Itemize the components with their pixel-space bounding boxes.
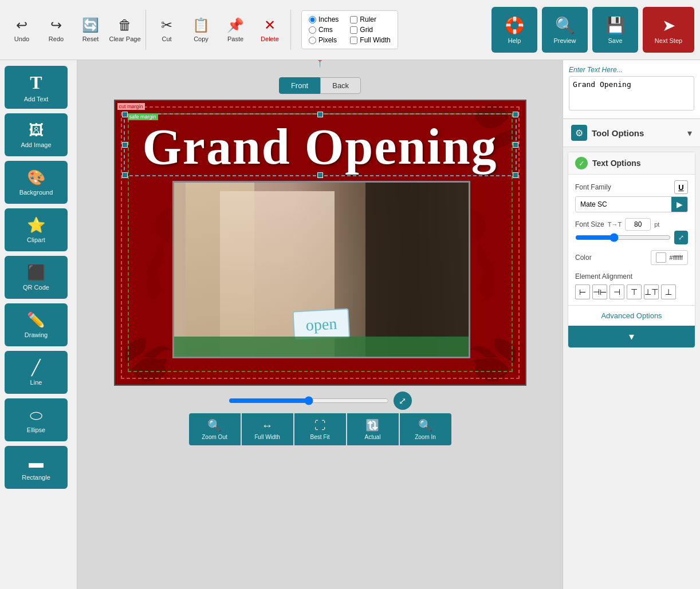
advanced-options-row[interactable]: Advanced Options	[568, 305, 695, 326]
right-panel: Enter Text Here... Grand Opening ⚙ Tool …	[563, 60, 700, 589]
tool-options-title: Tool Options	[592, 128, 644, 138]
font-size-slider[interactable]	[575, 233, 671, 242]
font-size-row: Font Size T→T pt	[575, 218, 688, 231]
save-label: Save	[608, 37, 622, 44]
color-value: #ffffff	[670, 254, 683, 261]
actual-button[interactable]: 🔃 Actual	[347, 413, 399, 445]
top-toolbar: ↩ Undo ↪ Redo 🔄 Reset 🗑 Clear Page ✂ Cut…	[0, 0, 700, 60]
line-label: Line	[30, 379, 42, 386]
font-family-label: Font Family	[575, 183, 611, 191]
grid-toggle[interactable]: Grid	[350, 26, 390, 34]
enter-text-label: Enter Text Here...	[569, 66, 694, 74]
color-swatch[interactable]: #ffffff	[651, 250, 688, 265]
best-fit-button[interactable]: ⛶ Best Fit	[294, 413, 346, 445]
font-family-arrow[interactable]: ▶	[671, 197, 687, 212]
grand-opening-text-element[interactable]: Grand Opening	[115, 118, 525, 176]
add-image-tool[interactable]: 🖼 Add Image	[5, 113, 68, 156]
pixels-radio[interactable]	[309, 37, 316, 44]
align-left-button[interactable]: ⊢	[575, 284, 590, 299]
zoom-handle-icon[interactable]: ⤢	[394, 392, 412, 410]
reset-icon: 🔄	[82, 17, 99, 33]
canvas-area: 📍 Front Back cut margin safe margin	[77, 60, 563, 589]
divider-1	[145, 10, 146, 50]
next-step-label: Next Step	[655, 37, 682, 44]
tool-options-chevron[interactable]: ▾	[687, 128, 692, 139]
text-options-title: Text Options	[592, 159, 641, 168]
design-canvas[interactable]: cut margin safe margin	[114, 100, 526, 386]
help-button[interactable]: 🛟 Help	[491, 7, 537, 53]
color-box	[656, 252, 666, 263]
align-bottom-button[interactable]: ⊥	[661, 284, 676, 299]
zoom-slider[interactable]	[229, 396, 389, 405]
advanced-options-label: Advanced Options	[601, 311, 662, 320]
tool-options-left: ⚙ Tool Options	[571, 125, 644, 141]
inches-label: Inches	[318, 15, 339, 23]
preview-label: Preview	[553, 37, 576, 44]
resize-icon[interactable]: ⤢	[674, 231, 688, 244]
zoom-in-icon: 🔍	[418, 418, 432, 432]
background-label: Background	[19, 189, 53, 196]
cms-label: Cms	[318, 26, 333, 34]
pixels-option[interactable]: Pixels	[309, 36, 339, 44]
grid-checkbox[interactable]	[350, 26, 357, 34]
drawing-tool[interactable]: ✏️ Drawing	[5, 303, 68, 346]
qr-code-tool[interactable]: ⬛ QR Code	[5, 256, 68, 299]
redo-label: Redo	[49, 35, 64, 42]
align-top-button[interactable]: ⊤	[627, 284, 642, 299]
delete-button[interactable]: ✕ Delete	[254, 7, 286, 53]
front-tab[interactable]: Front	[279, 77, 320, 94]
align-right-button[interactable]: ⊣	[609, 284, 624, 299]
cms-radio[interactable]	[309, 26, 316, 34]
redo-icon: ↪	[50, 17, 62, 33]
undo-button[interactable]: ↩ Undo	[6, 7, 38, 53]
paste-icon: 📌	[227, 17, 244, 33]
font-family-row: Font Family U Mate SC ▶	[575, 180, 688, 212]
actual-icon: 🔃	[365, 418, 380, 432]
full-width-checkbox[interactable]	[350, 37, 357, 44]
ruler-toggle[interactable]: Ruler	[350, 15, 390, 23]
cms-option[interactable]: Cms	[309, 26, 339, 34]
zoom-in-button[interactable]: 🔍 Zoom In	[400, 413, 451, 445]
full-width-button[interactable]: ↔ Full Width	[242, 413, 293, 445]
add-text-tool[interactable]: T Add Text	[5, 66, 68, 109]
pixels-label: Pixels	[318, 36, 337, 44]
save-button[interactable]: 💾 Save	[592, 7, 638, 53]
zoom-out-icon: 🔍	[207, 418, 222, 432]
line-tool[interactable]: ╱ Line	[5, 351, 68, 394]
font-size-input[interactable]	[625, 218, 651, 231]
clipart-tool[interactable]: ⭐ Clipart	[5, 208, 68, 251]
back-tab[interactable]: Back	[320, 77, 361, 94]
background-tool[interactable]: 🎨 Background	[5, 161, 68, 204]
next-step-button[interactable]: ➤ Next Step	[643, 7, 694, 53]
underline-button[interactable]: U	[674, 180, 688, 194]
zoom-out-button[interactable]: 🔍 Zoom Out	[189, 413, 241, 445]
inches-radio[interactable]	[309, 16, 316, 23]
paste-button[interactable]: 📌 Paste	[219, 7, 251, 53]
align-center-h-button[interactable]: ⊣⊢	[592, 284, 607, 299]
image-icon: 🖼	[29, 121, 44, 139]
font-size-unit: pt	[654, 221, 659, 228]
preview-button[interactable]: 🔍 Preview	[542, 7, 588, 53]
cut-icon: ✂	[161, 17, 172, 33]
redo-button[interactable]: ↪ Redo	[40, 7, 72, 53]
text-options-section: ✓ Text Options Font Family U Mate SC ▶	[568, 152, 695, 348]
expand-advanced-button[interactable]: ▾	[568, 326, 695, 347]
ellipse-tool[interactable]: ⬭ Ellipse	[5, 398, 68, 441]
clear-page-label: Clear Page	[109, 35, 140, 42]
font-family-select[interactable]: Mate SC ▶	[575, 196, 688, 212]
rectangle-tool[interactable]: ▬ Rectangle	[5, 446, 68, 489]
copy-button[interactable]: 📋 Copy	[185, 7, 217, 53]
line-icon: ╱	[32, 359, 41, 377]
cut-button[interactable]: ✂ Cut	[151, 7, 183, 53]
ruler-checkbox[interactable]	[350, 16, 357, 23]
ruler-label: Ruler	[360, 15, 376, 23]
clear-page-button[interactable]: 🗑 Clear Page	[109, 7, 141, 53]
clipart-icon: ⭐	[27, 216, 45, 234]
align-center-v-button[interactable]: ⊥⊤	[644, 284, 659, 299]
font-size-section: Font Size T→T pt ⤢	[575, 218, 688, 244]
clear-page-icon: 🗑	[118, 17, 132, 33]
text-input-field[interactable]: Grand Opening	[569, 76, 694, 110]
full-width-toggle[interactable]: Full Width	[350, 36, 390, 44]
reset-button[interactable]: 🔄 Reset	[74, 7, 107, 53]
inches-option[interactable]: Inches	[309, 15, 339, 23]
